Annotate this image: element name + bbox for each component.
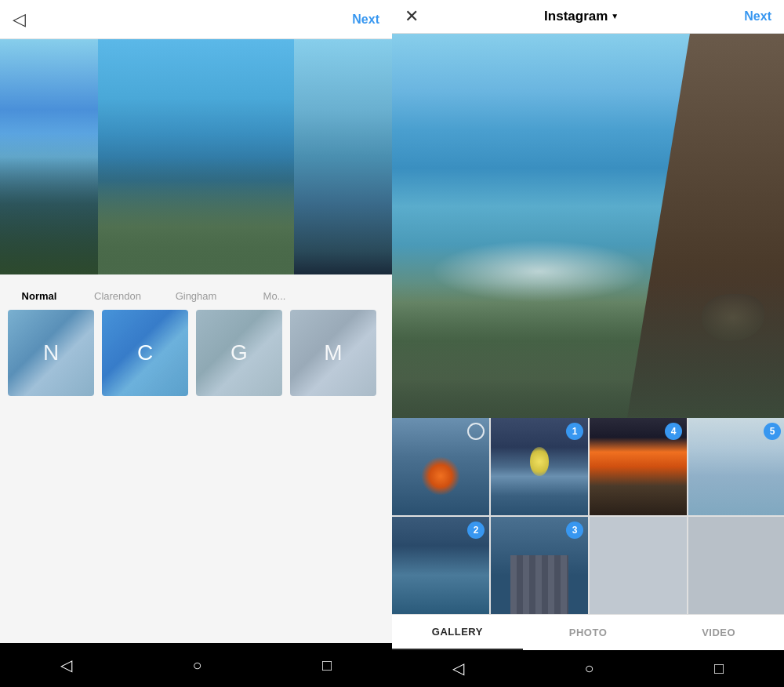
main-preview bbox=[392, 34, 784, 418]
next-button-right[interactable]: Next bbox=[744, 9, 771, 24]
filter-thumbnails: N C G M bbox=[0, 310, 392, 396]
main-preview-image bbox=[392, 34, 784, 418]
left-header: ◁ Next bbox=[0, 0, 392, 39]
right-header: ✕ Instagram ▼ Next bbox=[392, 0, 784, 34]
dropdown-arrow-icon: ▼ bbox=[611, 12, 619, 20]
selection-badge-3: 4 bbox=[665, 423, 682, 440]
grid-item-8[interactable] bbox=[688, 517, 784, 614]
filter-thumb-clarendon[interactable]: C bbox=[102, 310, 188, 396]
home-nav-icon-left[interactable]: ○ bbox=[192, 656, 201, 674]
gallery-grid: 1 4 5 2 3 bbox=[392, 418, 784, 614]
square-nav-icon-right[interactable]: □ bbox=[714, 660, 724, 678]
selection-badge-empty-1 bbox=[467, 423, 485, 440]
grid-item-1[interactable] bbox=[392, 418, 489, 515]
gallery-row-2: 2 3 bbox=[392, 517, 784, 614]
grid-item-6[interactable]: 3 bbox=[491, 517, 588, 614]
filter-label-clarendon[interactable]: Clarendon bbox=[86, 290, 149, 302]
bottom-nav-left: ◁ ○ □ bbox=[0, 643, 392, 687]
left-panel: ◁ Next Normal Clarendon Gingham Mo... N … bbox=[0, 0, 392, 687]
preview-images bbox=[0, 39, 392, 274]
tab-video[interactable]: VIDEO bbox=[653, 616, 784, 649]
filter-thumb-moon[interactable]: M bbox=[290, 310, 376, 396]
back-nav-icon-right[interactable]: ◁ bbox=[452, 659, 464, 678]
rock-overlay bbox=[702, 294, 764, 341]
gallery-row-1: 1 4 5 bbox=[392, 418, 784, 515]
grid-item-3[interactable]: 4 bbox=[590, 418, 687, 515]
filter-label-moon[interactable]: Mo... bbox=[243, 290, 306, 302]
instagram-title[interactable]: Instagram ▼ bbox=[544, 9, 619, 24]
filter-thumb-normal[interactable]: N bbox=[8, 310, 94, 396]
right-panel: ✕ Instagram ▼ Next 1 4 5 bbox=[392, 0, 784, 687]
filter-letter-normal: N bbox=[43, 340, 59, 365]
selection-badge-5: 2 bbox=[467, 522, 485, 539]
tab-gallery[interactable]: GALLERY bbox=[392, 615, 523, 650]
filter-label-normal[interactable]: Normal bbox=[8, 290, 71, 302]
grid-item-5[interactable]: 2 bbox=[392, 517, 489, 614]
filter-thumb-gingham[interactable]: G bbox=[196, 310, 282, 396]
grid-item-4[interactable]: 5 bbox=[688, 418, 784, 515]
preview-image-2 bbox=[98, 39, 294, 274]
bottom-nav-right: ◁ ○ □ bbox=[392, 650, 784, 687]
preview-image-1 bbox=[0, 39, 98, 274]
grid-item-2[interactable]: 1 bbox=[491, 418, 588, 515]
back-icon[interactable]: ◁ bbox=[13, 9, 26, 30]
home-nav-icon-right[interactable]: ○ bbox=[584, 660, 593, 678]
preview-image-3 bbox=[294, 39, 392, 274]
filter-section: Normal Clarendon Gingham Mo... N C G M bbox=[0, 274, 392, 404]
grid-item-7[interactable] bbox=[590, 517, 687, 614]
selection-badge-2: 1 bbox=[566, 423, 583, 440]
selection-badge-6: 3 bbox=[566, 522, 583, 539]
tab-photo[interactable]: PHOTO bbox=[523, 616, 654, 649]
filter-letter-clarendon: C bbox=[137, 340, 153, 365]
filter-label-gingham[interactable]: Gingham bbox=[165, 290, 227, 302]
filter-letter-moon: M bbox=[324, 340, 342, 365]
close-icon[interactable]: ✕ bbox=[405, 6, 419, 27]
square-nav-icon-left[interactable]: □ bbox=[322, 656, 332, 674]
bottom-tabs: GALLERY PHOTO VIDEO bbox=[392, 614, 784, 650]
selection-badge-4: 5 bbox=[764, 423, 781, 440]
back-nav-icon-left[interactable]: ◁ bbox=[60, 656, 72, 674]
instagram-title-text: Instagram bbox=[544, 9, 608, 24]
filter-letter-gingham: G bbox=[230, 340, 248, 365]
next-button-left[interactable]: Next bbox=[352, 13, 379, 27]
filter-labels: Normal Clarendon Gingham Mo... bbox=[0, 290, 392, 302]
water-foam bbox=[431, 240, 647, 303]
left-preview-area bbox=[0, 39, 392, 274]
